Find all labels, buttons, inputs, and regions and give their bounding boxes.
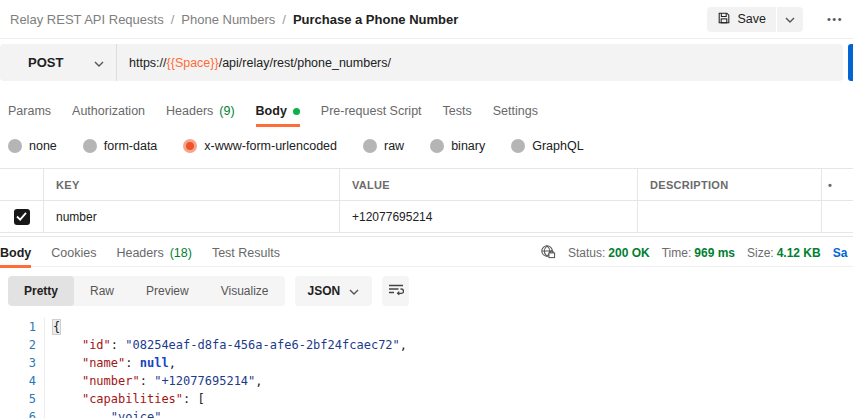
body-active-dot-icon xyxy=(293,108,300,115)
mode-form-data[interactable]: form-data xyxy=(83,139,158,153)
value-cell[interactable]: +12077695214 xyxy=(340,201,638,232)
url-variable: {{Space}} xyxy=(167,56,219,70)
view-raw[interactable]: Raw xyxy=(74,276,130,306)
save-button-label: Save xyxy=(737,12,766,26)
topbar: Relay REST API Requests / Phone Numbers … xyxy=(0,0,853,39)
mode-binary[interactable]: binary xyxy=(430,139,485,153)
wrap-line-icon xyxy=(388,282,404,300)
line-number: 1 xyxy=(0,318,36,336)
column-header-description: DESCRIPTION xyxy=(638,169,822,200)
tab-body[interactable]: Body xyxy=(256,95,300,127)
tab-test-results[interactable]: Test Results xyxy=(212,237,280,268)
headers-count-badge: (9) xyxy=(219,104,234,118)
save-button[interactable]: Save xyxy=(707,7,776,32)
tab-headers[interactable]: Headers (9) xyxy=(166,95,235,127)
tab-response-body[interactable]: Body xyxy=(0,237,31,268)
tab-params[interactable]: Params xyxy=(8,95,51,127)
line-number: 5 xyxy=(0,390,36,408)
response-tabs: Body Cookies Headers (18) Test Results xyxy=(0,237,280,268)
tab-tests[interactable]: Tests xyxy=(443,95,472,127)
format-label: JSON xyxy=(308,284,341,298)
code-lines: 1{2 "id": "08254eaf-d8fa-456a-afe6-2bf24… xyxy=(0,318,853,418)
code-line: 5 "capabilities": [ xyxy=(0,390,853,408)
table-header-row: KEY VALUE DESCRIPTION • xyxy=(0,169,853,201)
breadcrumb-request-name[interactable]: Purchase a Phone Number xyxy=(293,12,458,27)
breadcrumb-collection[interactable]: Relay REST API Requests xyxy=(10,12,164,27)
tab-authorization[interactable]: Authorization xyxy=(72,95,145,127)
code-line: 4 "number": "+12077695214", xyxy=(0,372,853,390)
topbar-actions: Save ••• xyxy=(707,7,843,32)
response-body-code[interactable]: 1{2 "id": "08254eaf-d8fa-456a-afe6-2bf24… xyxy=(0,312,853,418)
table-more-icon[interactable]: • xyxy=(822,169,853,200)
wrap-line-button[interactable] xyxy=(382,276,409,306)
view-visualize[interactable]: Visualize xyxy=(205,276,285,306)
header-checkbox-cell xyxy=(0,169,44,200)
tab-response-headers[interactable]: Headers (18) xyxy=(116,237,191,268)
body-mode-options: none form-data x-www-form-urlencoded raw… xyxy=(0,132,853,159)
line-number: 6 xyxy=(0,408,36,418)
response-meta: Status: 200 OK Time: 969 ms Size: 4.12 K… xyxy=(540,237,847,268)
code-line: 2 "id": "08254eaf-d8fa-456a-afe6-2bf24fc… xyxy=(0,336,853,354)
more-options-button[interactable]: ••• xyxy=(827,13,843,25)
url-path: /api/relay/rest/phone_numbers/ xyxy=(219,56,391,70)
response-headers-count-badge: (18) xyxy=(170,246,192,260)
urlencoded-params-table: KEY VALUE DESCRIPTION • number +12077695… xyxy=(0,168,853,233)
view-pretty[interactable]: Pretty xyxy=(8,276,74,306)
line-number: 3 xyxy=(0,354,36,372)
tab-pre-request-script[interactable]: Pre-request Script xyxy=(321,95,422,127)
url-input[interactable]: https://{{Space}}/api/relay/rest/phone_n… xyxy=(117,56,843,70)
breadcrumb: Relay REST API Requests / Phone Numbers … xyxy=(10,12,458,27)
description-cell[interactable] xyxy=(638,201,822,232)
tab-settings[interactable]: Settings xyxy=(493,95,538,127)
radio-icon xyxy=(83,139,97,153)
size-badge: Size: 4.12 KB xyxy=(747,246,821,260)
view-segmented-control: Pretty Raw Preview Visualize xyxy=(8,276,285,306)
row-checkbox[interactable] xyxy=(14,209,30,225)
chevron-down-icon xyxy=(785,12,795,26)
save-icon xyxy=(717,11,731,28)
key-cell[interactable]: number xyxy=(44,201,340,232)
line-number: 4 xyxy=(0,372,36,390)
breadcrumb-folder[interactable]: Phone Numbers xyxy=(181,12,275,27)
radio-icon xyxy=(430,139,444,153)
column-header-key: KEY xyxy=(44,169,340,200)
tab-cookies[interactable]: Cookies xyxy=(51,237,96,268)
network-info-icon[interactable] xyxy=(540,244,556,262)
save-response-link[interactable]: Sa xyxy=(833,246,848,260)
radio-icon xyxy=(511,139,525,153)
mode-x-www-form-urlencoded[interactable]: x-www-form-urlencoded xyxy=(183,139,337,153)
chevron-down-icon xyxy=(349,284,359,298)
view-preview[interactable]: Preview xyxy=(130,276,205,306)
chevron-down-icon xyxy=(94,55,104,70)
request-tabs: Params Authorization Headers (9) Body Pr… xyxy=(0,95,853,127)
breadcrumb-separator: / xyxy=(171,12,175,27)
send-button[interactable] xyxy=(848,44,853,81)
mode-raw[interactable]: raw xyxy=(363,139,404,153)
format-selector[interactable]: JSON xyxy=(295,276,373,306)
save-options-button[interactable] xyxy=(777,7,803,32)
column-header-value: VALUE xyxy=(340,169,638,200)
radio-icon xyxy=(363,139,377,153)
radio-icon xyxy=(8,139,22,153)
status-badge: Status: 200 OK xyxy=(568,246,650,260)
code-line: 6 "voice" xyxy=(0,408,853,418)
response-view-toolbar: Pretty Raw Preview Visualize JSON xyxy=(8,276,409,306)
mode-none[interactable]: none xyxy=(8,139,57,153)
line-number: 2 xyxy=(0,336,36,354)
response-section-bar: Body Cookies Headers (18) Test Results S… xyxy=(0,236,853,267)
radio-selected-icon xyxy=(183,139,197,153)
breadcrumb-separator: / xyxy=(282,12,286,27)
check-icon xyxy=(16,212,27,221)
mode-graphql[interactable]: GraphQL xyxy=(511,139,583,153)
method-selector[interactable]: POST xyxy=(0,44,116,81)
code-line: 1{ xyxy=(0,318,853,336)
method-label: POST xyxy=(28,55,63,70)
time-badge: Time: 969 ms xyxy=(662,246,735,260)
request-url-bar: POST https://{{Space}}/api/relay/rest/ph… xyxy=(0,44,843,81)
table-row: number +12077695214 xyxy=(0,201,853,233)
code-line: 3 "name": null, xyxy=(0,354,853,372)
url-scheme: https:// xyxy=(129,56,167,70)
